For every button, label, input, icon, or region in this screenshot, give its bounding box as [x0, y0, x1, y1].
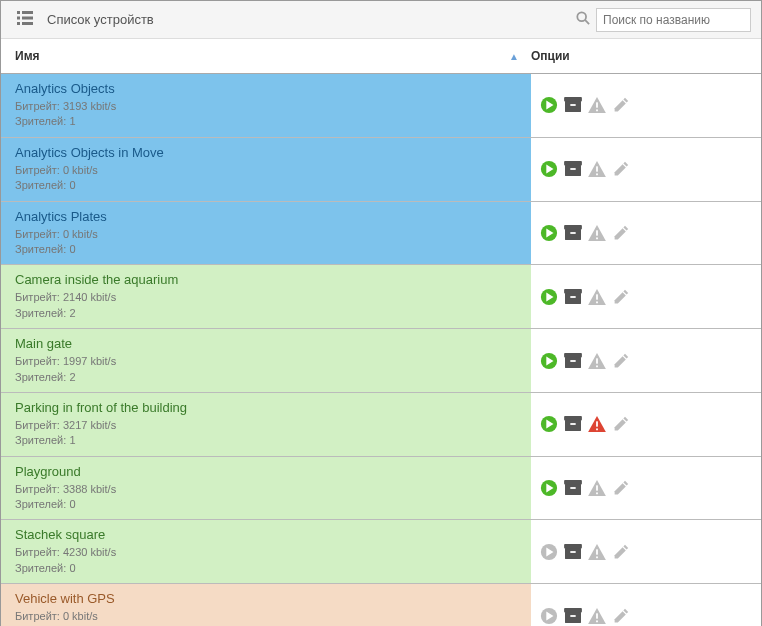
edit-icon[interactable] — [611, 478, 631, 498]
search-wrap — [576, 8, 751, 32]
svg-rect-45 — [565, 420, 581, 432]
svg-rect-25 — [564, 225, 582, 229]
edit-icon[interactable] — [611, 95, 631, 115]
table-row[interactable]: Vehicle with GPSБитрейт: 0 kbit/sЗрителе… — [1, 584, 761, 626]
page-title: Список устройств — [39, 12, 576, 27]
play-icon[interactable] — [539, 542, 559, 562]
archive-icon[interactable] — [563, 159, 583, 179]
svg-rect-61 — [570, 551, 575, 553]
device-name: Main gate — [15, 336, 517, 351]
svg-rect-14 — [596, 110, 598, 112]
svg-rect-39 — [564, 353, 582, 357]
cell-options — [531, 457, 761, 520]
device-bitrate: Битрейт: 3193 kbit/s — [15, 99, 517, 114]
svg-rect-68 — [570, 615, 575, 617]
archive-icon[interactable] — [563, 287, 583, 307]
sort-asc-icon: ▲ — [509, 51, 519, 62]
warning-icon[interactable] — [587, 287, 607, 307]
cell-name: Parking in front of the buildingБитрейт:… — [1, 393, 531, 456]
play-icon[interactable] — [539, 223, 559, 243]
edit-icon[interactable] — [611, 223, 631, 243]
device-bitrate: Битрейт: 2140 kbit/s — [15, 290, 517, 305]
svg-rect-47 — [570, 423, 575, 425]
edit-icon[interactable] — [611, 414, 631, 434]
device-viewers: Зрителей: 2 — [15, 370, 517, 385]
archive-icon[interactable] — [563, 351, 583, 371]
play-icon[interactable] — [539, 351, 559, 371]
svg-rect-54 — [570, 487, 575, 489]
warning-icon[interactable] — [587, 95, 607, 115]
archive-icon[interactable] — [563, 414, 583, 434]
warning-icon[interactable] — [587, 606, 607, 626]
cell-options — [531, 265, 761, 328]
play-icon[interactable] — [539, 287, 559, 307]
device-viewers: Зрителей: 2 — [15, 306, 517, 321]
device-viewers: Зрителей: 1 — [15, 114, 517, 129]
archive-icon[interactable] — [563, 95, 583, 115]
column-header-name[interactable]: Имя ▲ — [1, 49, 531, 63]
svg-rect-17 — [565, 165, 581, 177]
svg-rect-62 — [596, 549, 598, 554]
svg-rect-18 — [564, 161, 582, 165]
svg-rect-67 — [564, 608, 582, 612]
svg-rect-32 — [564, 289, 582, 293]
archive-icon[interactable] — [563, 478, 583, 498]
device-viewers: Зрителей: 0 — [15, 497, 517, 512]
search-input[interactable] — [596, 8, 751, 32]
cell-options — [531, 329, 761, 392]
svg-rect-11 — [564, 97, 582, 101]
device-name: Parking in front of the building — [15, 400, 517, 415]
warning-icon[interactable] — [587, 542, 607, 562]
edit-icon[interactable] — [611, 542, 631, 562]
svg-rect-33 — [570, 296, 575, 298]
device-bitrate: Битрейт: 0 kbit/s — [15, 609, 517, 624]
table-row[interactable]: Analytics PlatesБитрейт: 0 kbit/sЗрителе… — [1, 202, 761, 266]
svg-rect-40 — [570, 360, 575, 362]
cell-options — [531, 520, 761, 583]
edit-icon[interactable] — [611, 159, 631, 179]
svg-rect-66 — [565, 611, 581, 623]
device-name: Stachek square — [15, 527, 517, 542]
table-row[interactable]: Analytics Objects in MoveБитрейт: 0 kbit… — [1, 138, 761, 202]
play-icon[interactable] — [539, 95, 559, 115]
edit-icon[interactable] — [611, 351, 631, 371]
svg-rect-55 — [596, 485, 598, 490]
play-icon[interactable] — [539, 414, 559, 434]
play-icon[interactable] — [539, 159, 559, 179]
svg-rect-46 — [564, 416, 582, 420]
table-row[interactable]: Main gateБитрейт: 1997 kbit/sЗрителей: 2 — [1, 329, 761, 393]
edit-icon[interactable] — [611, 287, 631, 307]
svg-rect-4 — [17, 22, 20, 25]
cell-options — [531, 202, 761, 265]
cell-name: Main gateБитрейт: 1997 kbit/sЗрителей: 2 — [1, 329, 531, 392]
table-row[interactable]: Parking in front of the buildingБитрейт:… — [1, 393, 761, 457]
edit-icon[interactable] — [611, 606, 631, 626]
warning-icon[interactable] — [587, 478, 607, 498]
search-icon[interactable] — [576, 11, 590, 28]
play-icon[interactable] — [539, 478, 559, 498]
archive-icon[interactable] — [563, 606, 583, 626]
cell-name: Camera inside the aquariumБитрейт: 2140 … — [1, 265, 531, 328]
table-row[interactable]: Analytics ObjectsБитрейт: 3193 kbit/sЗри… — [1, 74, 761, 138]
list-view-icon[interactable] — [11, 7, 39, 32]
warning-icon[interactable] — [587, 223, 607, 243]
cell-name: Analytics Objects in MoveБитрейт: 0 kbit… — [1, 138, 531, 201]
svg-rect-2 — [17, 17, 20, 20]
table-row[interactable]: PlaygroundБитрейт: 3388 kbit/sЗрителей: … — [1, 457, 761, 521]
warning-icon[interactable] — [587, 414, 607, 434]
play-icon[interactable] — [539, 606, 559, 626]
svg-point-6 — [577, 12, 586, 21]
warning-icon[interactable] — [587, 351, 607, 371]
svg-rect-56 — [596, 493, 598, 495]
column-header-options[interactable]: Опции — [531, 49, 761, 63]
table-row[interactable]: Camera inside the aquariumБитрейт: 2140 … — [1, 265, 761, 329]
svg-rect-28 — [596, 237, 598, 239]
cell-options — [531, 74, 761, 137]
table-row[interactable]: Stachek squareБитрейт: 4230 kbit/sЗрител… — [1, 520, 761, 584]
svg-rect-13 — [596, 103, 598, 108]
table-body: Analytics ObjectsБитрейт: 3193 kbit/sЗри… — [1, 74, 761, 626]
warning-icon[interactable] — [587, 159, 607, 179]
archive-icon[interactable] — [563, 223, 583, 243]
archive-icon[interactable] — [563, 542, 583, 562]
svg-rect-3 — [22, 17, 33, 20]
